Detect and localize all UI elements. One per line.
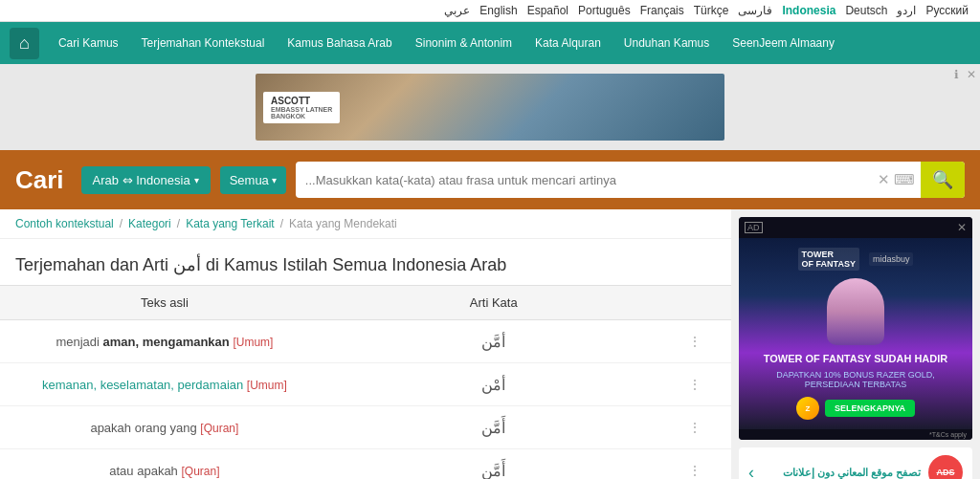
nav-terjemahan-kontekstual[interactable]: Terjemahan Kontekstual <box>132 33 275 54</box>
results-table: Teks asli Arti Kata menjadi aman, mengam… <box>0 285 731 479</box>
ad-subtitle: DAPATKAN 10% BONUS RAZER GOLD, PERSEDIAA… <box>748 370 963 389</box>
col-header-source: Teks asli <box>0 286 329 320</box>
lang-farsi[interactable]: فارسی <box>738 4 772 17</box>
banner-area: ASCOTT EMBASSY LATNERBANGKOK ℹ ✕ <box>0 64 980 150</box>
breadcrumb-sep-3: / <box>280 217 283 230</box>
table-row: kemanan, keselamatan, perdamaian [Umum] … <box>0 363 731 406</box>
search-language-button[interactable]: Arab ⇔ Indonesia ▾ <box>81 166 211 194</box>
ad-label: AD <box>745 222 763 233</box>
banner-close-icon[interactable]: ✕ <box>967 68 976 81</box>
source-link[interactable]: kemanan, keselamatan, perdamaian <box>42 378 243 392</box>
search-all-label: Semua <box>230 173 269 187</box>
search-go-button[interactable]: 🔍 <box>921 162 965 198</box>
table-cell-source: apakah orang yang [Quran] <box>0 406 329 449</box>
table-cell-actions: ⋮ <box>658 406 731 449</box>
nav-kamus-bahasa-arab[interactable]: Kamus Bahasa Arab <box>278 33 401 54</box>
sidebar: AD ✕ TOWEROF FANTASY midasbuy TOWER OF F… <box>731 209 980 479</box>
breadcrumb-item-3[interactable]: Kata yang Terkait <box>186 217 275 230</box>
bold-term: aman, mengamankan <box>103 335 230 349</box>
table-cell-translation: أَمَّن <box>329 449 658 480</box>
tag-general: [Umum] <box>247 379 287 392</box>
nav-kata-alquran[interactable]: Kata Alquran <box>525 33 611 54</box>
search-input[interactable] <box>296 165 872 195</box>
banner-info-icon[interactable]: ℹ <box>954 68 959 81</box>
ad-box: AD ✕ TOWEROF FANTASY midasbuy TOWER OF F… <box>739 217 972 440</box>
lang-turkish[interactable]: Türkçe <box>694 4 729 17</box>
chevron-down-icon: ▾ <box>194 175 199 185</box>
breadcrumb-item-1[interactable]: Contoh kontekstual <box>15 217 114 230</box>
table-cell-actions: ⋮ <box>658 449 731 480</box>
clear-search-icon[interactable]: ✕ <box>878 171 890 188</box>
nav-sinonim-antonim[interactable]: Sinonim & Antonim <box>406 33 522 54</box>
lang-portuguese[interactable]: Português <box>578 4 631 17</box>
lang-arabic[interactable]: عربي <box>444 4 470 17</box>
banner-logo: ASCOTT EMBASSY LATNERBANGKOK <box>263 92 340 123</box>
tag-quran: [Quran] <box>200 422 238 435</box>
main-layout: Contoh kontekstual / Kategori / Kata yan… <box>0 209 980 479</box>
lang-french[interactable]: Français <box>640 4 684 17</box>
table-header-row: Teks asli Arti Kata <box>0 286 731 320</box>
ad-logo-primary: TOWEROF FANTASY <box>798 248 859 271</box>
col-header-translation: Arti Kata <box>329 286 658 320</box>
breadcrumb-active: Kata yang Mendekati <box>289 217 397 230</box>
lang-russian[interactable]: Русский <box>925 4 969 17</box>
search-icon: 🔍 <box>932 170 953 189</box>
chevron-down-icon: ▾ <box>272 175 277 185</box>
search-bar: Cari Arab ⇔ Indonesia ▾ Semua ▾ ✕ ⌨ 🔍 <box>0 150 980 209</box>
search-lang-label: Arab ⇔ Indonesia <box>93 173 190 187</box>
table-cell-translation: أَمَّن <box>329 406 658 449</box>
table-row: apakah orang yang [Quran] أَمَّن ⋮ <box>0 406 731 449</box>
nav-cari-kamus[interactable]: Cari Kamus <box>49 33 128 54</box>
lang-english[interactable]: English <box>479 4 517 17</box>
breadcrumb-sep-2: / <box>177 217 180 230</box>
row-options-button[interactable]: ⋮ <box>684 416 705 439</box>
search-title: Cari <box>15 165 64 195</box>
ad-logos: TOWEROF FANTASY midasbuy <box>798 248 914 271</box>
ad-tc-text: *T&Cs apply <box>739 429 972 440</box>
lang-urdu[interactable]: اردو <box>897 4 916 17</box>
page-title: Terjemahan dan Arti أمن di Kamus Istilah… <box>15 254 716 275</box>
arrow-right-icon: › <box>748 463 754 480</box>
banner-ad[interactable]: ASCOTT EMBASSY LATNERBANGKOK <box>256 74 724 141</box>
lang-deutsch[interactable]: Deutsch <box>845 4 887 17</box>
home-button[interactable]: ⌂ <box>10 28 39 59</box>
table-cell-actions: ⋮ <box>658 320 731 363</box>
home-icon: ⌂ <box>19 33 30 54</box>
search-icon-group: ✕ ⌨ <box>872 171 921 188</box>
breadcrumb-item-2[interactable]: Kategori <box>128 217 171 230</box>
table-cell-source: atau apakah [Quran] <box>0 449 329 480</box>
keyboard-icon[interactable]: ⌨ <box>894 171 915 188</box>
table-cell-translation: أمَّن <box>329 320 658 363</box>
row-options-button[interactable]: ⋮ <box>684 330 705 353</box>
table-row: menjadi aman, mengamankan [Umum] أمَّن ⋮ <box>0 320 731 363</box>
tag-general: [Umum] <box>233 336 273 349</box>
row-options-button[interactable]: ⋮ <box>684 373 705 396</box>
nav-seenjeem[interactable]: SeenJeem Almaany <box>723 33 844 54</box>
search-all-button[interactable]: Semua ▾ <box>220 166 286 194</box>
table-cell-translation: أمْن <box>329 363 658 406</box>
content-area: Contoh kontekstual / Kategori / Kata yan… <box>0 209 731 479</box>
search-input-wrapper: ✕ ⌨ 🔍 <box>296 162 965 198</box>
ad-close-icon[interactable]: ✕ <box>957 221 967 234</box>
ad-gold-icon: Z <box>796 397 819 420</box>
lang-indonesia[interactable]: Indonesia <box>782 4 835 17</box>
nav-unduhan-kamus[interactable]: Unduhan Kamus <box>614 33 719 54</box>
anti-ad-box[interactable]: ADS تصفح موقع المعاني دون إعلانات › <box>739 447 972 479</box>
ad-image-area[interactable]: TOWEROF FANTASY midasbuy TOWER OF FANTAS… <box>739 238 972 429</box>
lang-spanish[interactable]: Español <box>527 4 568 17</box>
nav-bar: ⌂ Cari Kamus Terjemahan Kontekstual Kamu… <box>0 22 980 64</box>
ad-logo-secondary: midasbuy <box>869 252 914 266</box>
ad-character-art <box>827 278 884 345</box>
table-row: atau apakah [Quran] أَمَّن ⋮ <box>0 449 731 480</box>
col-header-actions <box>658 286 731 320</box>
ad-cta-button[interactable]: SELENGKAPNYA <box>825 400 915 417</box>
anti-ad-logo: ADS <box>928 455 963 479</box>
table-cell-source: kemanan, keselamatan, perdamaian [Umum] <box>0 363 329 406</box>
ad-footer: Z SELENGKAPNYA <box>796 397 915 420</box>
anti-ad-text: تصفح موقع المعاني دون إعلانات <box>754 467 928 479</box>
breadcrumb-sep-1: / <box>120 217 122 230</box>
ad-header: AD ✕ <box>739 217 972 238</box>
table-cell-actions: ⋮ <box>658 363 731 406</box>
tag-quran: [Quran] <box>181 465 219 478</box>
row-options-button[interactable]: ⋮ <box>684 459 705 479</box>
